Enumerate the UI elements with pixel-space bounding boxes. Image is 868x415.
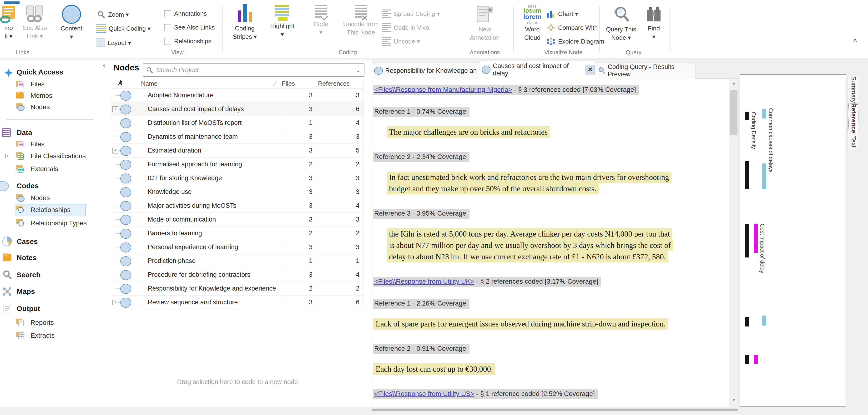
node-row-1[interactable]: + Adopted Nomenclature 3 3 — [111, 89, 364, 102]
highlighted-quote-line[interactable]: budget and they make up over 50% of the … — [386, 183, 599, 195]
column-header-name[interactable]: Name — [141, 80, 157, 87]
uncode-from-this-node-button[interactable]: Uncode from This Node — [342, 5, 380, 36]
sidebar-item-file-classifications[interactable]: File Classifications — [30, 152, 86, 160]
node-row-12[interactable]: + Personal experience of learning 3 3 — [111, 240, 364, 254]
uncode-menu[interactable]: Uncode ▾ — [382, 37, 420, 46]
node-row-8[interactable]: + Knowledge use 3 3 — [111, 185, 364, 199]
side-tab-summary[interactable]: Summary — [847, 77, 860, 103]
node-row-6[interactable]: + Formalised approach for learning 2 2 — [111, 158, 364, 171]
zoom-menu[interactable]: Zoom ▾ — [97, 10, 129, 19]
search-dropdown-chevron-icon[interactable]: ⌄ — [355, 66, 361, 74]
search-input[interactable]: Search Project ⌄ — [143, 63, 365, 77]
sidebar-section-codes[interactable]: Codes — [17, 182, 39, 190]
see-also-link-button[interactable]: See Also Link ▾ — [21, 5, 49, 40]
column-header-files[interactable]: Files — [282, 80, 295, 87]
node-row-10[interactable]: + Mode of communication 3 3 — [111, 213, 364, 227]
sidebar-item-codes-nodes[interactable]: Nodes — [30, 194, 50, 202]
coding-stripe-common[interactable] — [762, 164, 766, 189]
sidebar-item-quick-memos[interactable]: Memos — [30, 92, 53, 100]
node-row-13[interactable]: + Prediction phase 1 1 — [111, 254, 364, 268]
node-row-7[interactable]: + ICT for storing Knowledge 3 3 — [111, 171, 364, 185]
coding-stripe-cost[interactable] — [754, 355, 758, 364]
sidebar-item-extracts[interactable]: Extracts — [30, 332, 55, 339]
scrollbar-thumb[interactable] — [730, 90, 738, 135]
coding-stripe-cost[interactable] — [754, 224, 758, 253]
chart-menu[interactable]: Chart ▾ — [547, 9, 578, 18]
coding-stripe-density[interactable] — [745, 355, 749, 364]
side-tab-text[interactable]: Text — [847, 134, 860, 150]
spread-coding-menu[interactable]: Spread Coding ▾ — [382, 9, 440, 18]
node-row-16[interactable]: + Review sequence and structure 3 6 — [111, 296, 364, 309]
code-in-vivo-button[interactable]: Code In Vivo — [382, 23, 429, 32]
find-button[interactable]: Find ▾ — [643, 5, 664, 40]
highlight-button[interactable]: Highlight ▾ — [270, 5, 294, 38]
scroll-down-icon[interactable]: ▼ — [730, 397, 738, 403]
compare-with-button[interactable]: Compare With — [547, 23, 598, 32]
tab-responsibility-for-knowledge[interactable]: Responsibility for Knowledge an — [372, 62, 480, 79]
node-row-5[interactable]: + Estimated duration 3 5 — [111, 144, 364, 158]
side-tab-reference[interactable]: Reference — [847, 103, 860, 133]
file-classifications-expander-icon[interactable]: ▷ — [5, 153, 9, 159]
tab-causes-and-cost-impact[interactable]: Causes and cost impact of delay ✕ — [480, 60, 595, 79]
query-this-node-button[interactable]: Query This Node ▾ — [606, 5, 636, 41]
node-row-3[interactable]: + Distribution list of MoOSTs report 1 4 — [111, 116, 364, 130]
sidebar-item-relationship-types[interactable]: Relationship Types — [30, 219, 87, 227]
coding-query-document[interactable]: <Files\\Response from Manufacturing Nige… — [372, 78, 738, 407]
file-header-link[interactable]: <Files\\Response from Utility UK> — [374, 278, 474, 285]
scroll-up-icon[interactable]: ▲ — [730, 81, 738, 86]
nodes-column-header[interactable]: Name ∕ Files References — [111, 78, 364, 89]
annotations-checkbox-row[interactable]: Annotations — [164, 10, 207, 18]
sidebar-section-data[interactable]: Data — [17, 129, 32, 137]
document-scrollbar[interactable]: ▲ ▼ — [729, 79, 738, 407]
collapse-ribbon-button[interactable]: ˄ — [853, 36, 857, 44]
see-also-links-checkbox[interactable] — [164, 24, 171, 31]
new-annotation-button[interactable]: New Annotation — [470, 5, 499, 41]
quick-coding-menu[interactable]: Quick Coding ▾ — [96, 24, 151, 33]
sidebar-section-cases[interactable]: Cases — [17, 238, 38, 246]
layout-menu[interactable]: Layout ▾ — [96, 38, 131, 47]
annotations-checkbox[interactable] — [164, 10, 171, 18]
highlighted-quote-line[interactable]: In fact unestimated brick work and refra… — [386, 172, 672, 183]
expand-plus-icon[interactable]: + — [113, 106, 118, 112]
highlighted-quote-line[interactable]: delay to about N231m. If we use current … — [386, 251, 668, 263]
coding-stripe-common[interactable] — [762, 109, 766, 118]
sidebar-collapse-button[interactable]: ‹ — [103, 61, 105, 69]
coding-stripe-common[interactable] — [762, 315, 766, 325]
coding-stripe-density[interactable] — [745, 161, 749, 189]
sidebar-section-search[interactable]: Search — [17, 271, 40, 279]
content-button[interactable]: Content ▾ — [58, 5, 85, 40]
sidebar-item-data-files[interactable]: Files — [30, 140, 44, 148]
highlighted-quote-line[interactable]: is about N77 million per day and we usua… — [386, 240, 673, 251]
relationships-checkbox[interactable] — [164, 38, 171, 45]
column-header-references[interactable]: References — [318, 80, 350, 87]
close-tab-icon[interactable]: ✕ — [586, 65, 595, 74]
node-row-9[interactable]: + Major activities during MoOSTs 3 4 — [111, 199, 364, 213]
expand-plus-icon[interactable]: + — [113, 148, 118, 153]
sidebar-item-quick-files[interactable]: Files — [30, 80, 44, 88]
relationships-checkbox-row[interactable]: Relationships — [164, 38, 211, 45]
coding-stripes-button[interactable]: Coding Stripes ▾ — [232, 5, 257, 40]
node-row-14[interactable]: + Procedure for debriefing contractors 3… — [111, 268, 364, 282]
node-row-2[interactable]: + Causes and cost impact of delays 3 6 — [111, 102, 364, 116]
node-row-15[interactable]: + Responsibility for Knowledge and exper… — [111, 282, 364, 296]
highlighted-quote-line[interactable]: the Kiln is rated at 5,000 tons per day.… — [386, 228, 672, 240]
sidebar-section-maps[interactable]: Maps — [17, 287, 35, 296]
sidebar-item-reports[interactable]: Reports — [30, 319, 54, 326]
sidebar-section-notes[interactable]: Notes — [17, 254, 36, 262]
expand-plus-icon[interactable]: + — [113, 300, 118, 305]
sidebar-item-externals[interactable]: Externals — [30, 165, 58, 173]
memo-link-button[interactable]: mo k ▾ — [0, 5, 21, 40]
code-button[interactable]: Code ▾ — [311, 5, 331, 36]
node-row-11[interactable]: + Barriers to learning 2 2 — [111, 227, 364, 240]
node-row-4[interactable]: + Dynamics of maintenance team 3 3 — [111, 130, 364, 144]
coding-stripe-density[interactable] — [745, 317, 749, 326]
file-header-link[interactable]: <Files\\Response from Utility US> — [374, 390, 474, 397]
sidebar-section-output[interactable]: Output — [17, 305, 40, 313]
sidebar-item-relationships[interactable]: Relationships — [30, 206, 70, 214]
explore-diagram-button[interactable]: Explore Diagram — [547, 37, 604, 46]
see-also-links-checkbox-row[interactable]: See Also Links — [164, 24, 215, 31]
highlighted-quote-line[interactable]: Lack of spare parts for emergent issues … — [373, 318, 668, 330]
highlighted-quote-line[interactable]: The major challenges are on bricks and r… — [386, 126, 550, 138]
coding-stripe-density[interactable] — [745, 112, 749, 120]
sidebar-section-quick-access[interactable]: Quick Access — [17, 68, 63, 76]
